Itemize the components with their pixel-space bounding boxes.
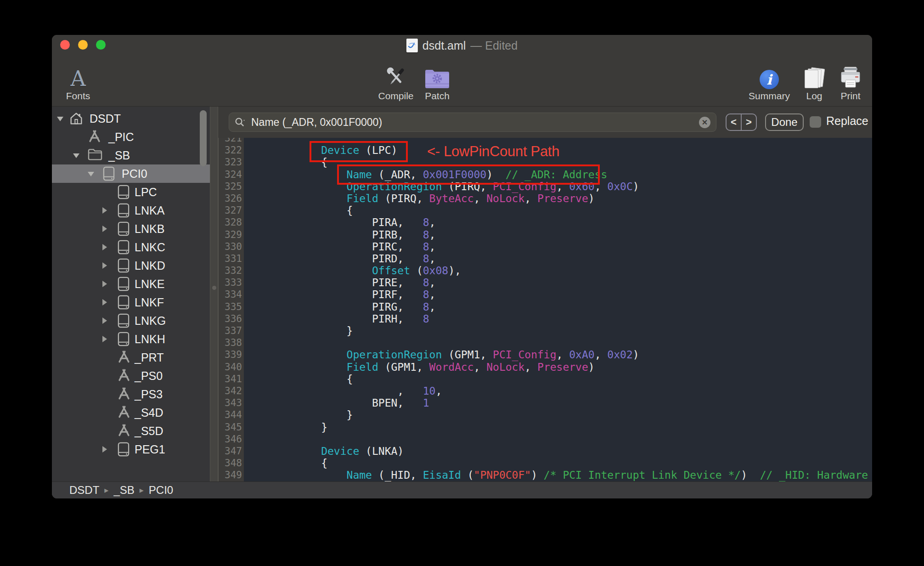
sidebar-splitter[interactable]: [210, 107, 218, 481]
code-line[interactable]: Offset (0x08),: [245, 265, 872, 277]
code-line[interactable]: PIRF, 8,: [245, 289, 872, 300]
breadcrumb-item[interactable]: PCI0: [149, 484, 173, 497]
chevron-right-icon[interactable]: [102, 446, 107, 453]
method-icon: [117, 387, 131, 401]
method-icon: [117, 405, 131, 419]
sidebar-item-label: LPC: [135, 183, 157, 201]
chevron-right-icon[interactable]: [102, 226, 107, 232]
fonts-icon: A: [66, 65, 90, 89]
sidebar-scrollbar-thumb[interactable]: [200, 110, 207, 166]
splitter-handle-dot: [212, 286, 216, 290]
toolbar-button-print[interactable]: Print: [840, 65, 861, 102]
dsdt-tree: DSDT_PIC_SBPCI0LPCLNKALNKBLNKCLNKDLNKELN…: [52, 109, 210, 458]
device-icon: [117, 185, 130, 199]
sidebar-item-label: LNKF: [135, 293, 164, 311]
breadcrumb-item[interactable]: _SB: [113, 484, 134, 497]
toolbar-button-patch[interactable]: Patch: [424, 65, 450, 102]
toolbar-button-log[interactable]: Log: [804, 65, 825, 102]
summary-info-icon: i: [749, 65, 790, 89]
sidebar-item-label: LNKG: [135, 311, 166, 330]
line-number: 335: [218, 301, 242, 313]
code-editor[interactable]: 3213223233243253263273283293303313323333…: [218, 138, 872, 481]
breadcrumb-item[interactable]: DSDT: [69, 484, 99, 497]
code-line[interactable]: BPEN, 1: [245, 397, 872, 409]
sidebar-item-_ps0[interactable]: _PS0: [52, 367, 210, 385]
chevron-right-icon[interactable]: [102, 281, 107, 287]
done-button[interactable]: Done: [765, 113, 804, 131]
sidebar-item-dsdt[interactable]: DSDT: [52, 109, 210, 128]
sidebar-item-label: DSDT: [90, 109, 121, 128]
chevron-right-icon[interactable]: [102, 317, 107, 324]
sidebar-item-pci0[interactable]: PCI0: [52, 164, 210, 183]
sidebar-item-_ps3[interactable]: _PS3: [52, 385, 210, 403]
code-line[interactable]: PIRE, 8,: [245, 277, 872, 289]
code-line[interactable]: PIRA, 8,: [245, 216, 872, 228]
code-line[interactable]: {: [245, 457, 872, 469]
chevron-right-icon[interactable]: [102, 299, 107, 306]
chevron-down-icon[interactable]: [73, 153, 79, 158]
code-line[interactable]: }: [245, 325, 872, 337]
sidebar-item-_s4d[interactable]: _S4D: [52, 403, 210, 422]
method-icon: [117, 368, 131, 382]
code-line[interactable]: OperationRegion (GPM1, PCI_Config, 0xA0,…: [245, 349, 872, 361]
minimize-button[interactable]: [78, 40, 88, 50]
code-line[interactable]: PIRG, 8,: [245, 301, 872, 313]
code-line[interactable]: PIRD, 8,: [245, 253, 872, 265]
device-icon: [102, 166, 115, 181]
find-previous-button[interactable]: <: [727, 114, 742, 130]
sidebar-item-lnkd[interactable]: LNKD: [52, 256, 210, 275]
code-line[interactable]: {: [245, 373, 872, 385]
code-line[interactable]: , 10,: [245, 385, 872, 397]
search-field[interactable]: ✕: [229, 113, 716, 132]
device-icon: [117, 240, 130, 255]
code-line[interactable]: Field (PIRQ, ByteAcc, NoLock, Preserve): [245, 192, 872, 204]
sidebar-item-_s5d[interactable]: _S5D: [52, 422, 210, 440]
sidebar-item-lnkf[interactable]: LNKF: [52, 293, 210, 311]
sidebar-item-label: _S5D: [135, 422, 163, 440]
clear-search-icon[interactable]: ✕: [699, 117, 710, 128]
toolbar-button-compile[interactable]: Compile: [378, 65, 413, 102]
chevron-down-icon[interactable]: [88, 172, 94, 176]
sidebar-item-peg1[interactable]: PEG1: [52, 440, 210, 458]
close-button[interactable]: [60, 40, 70, 50]
zoom-button[interactable]: [96, 40, 106, 50]
chevron-down-icon[interactable]: [57, 117, 63, 121]
chevron-right-icon[interactable]: [102, 336, 107, 342]
code-line[interactable]: PIRH, 8: [245, 313, 872, 325]
sidebar-item-lnkc[interactable]: LNKC: [52, 238, 210, 256]
code-line[interactable]: Name (_HID, EisaId ("PNP0C0F") /* PCI In…: [245, 469, 872, 481]
sidebar-item-_pic[interactable]: _PIC: [52, 128, 210, 146]
code-line[interactable]: PIRB, 8,: [245, 229, 872, 241]
toolbar-button-summary[interactable]: i Summary: [749, 65, 790, 102]
sidebar-item-label: LNKD: [135, 256, 165, 275]
toolbar-button-fonts[interactable]: A Fonts: [66, 65, 90, 102]
chevron-right-icon[interactable]: [102, 262, 107, 269]
code-line[interactable]: PIRC, 8,: [245, 241, 872, 253]
status-bar: DSDT▸_SB▸PCI0: [52, 481, 872, 498]
sidebar-item-lpc[interactable]: LPC: [52, 183, 210, 201]
code-line[interactable]: [245, 433, 872, 445]
chevron-right-icon[interactable]: [102, 207, 107, 214]
title-bar: dsdt.aml — Edited A Fonts: [52, 35, 872, 107]
sidebar-item-lnkh[interactable]: LNKH: [52, 330, 210, 348]
code-line[interactable]: Device (LNKA): [245, 445, 872, 457]
sidebar-item-_sb[interactable]: _SB: [52, 146, 210, 164]
sidebar-item-lnkb[interactable]: LNKB: [52, 220, 210, 238]
sidebar-item-_prt[interactable]: _PRT: [52, 348, 210, 367]
code-line[interactable]: Field (GPM1, WordAcc, NoLock, Preserve): [245, 361, 872, 373]
find-next-button[interactable]: >: [742, 114, 756, 130]
line-number: 337: [218, 325, 242, 337]
sidebar-item-lnkg[interactable]: LNKG: [52, 311, 210, 330]
device-icon: [117, 277, 130, 291]
line-number: 328: [218, 216, 242, 228]
chevron-right-icon[interactable]: [102, 244, 107, 250]
sidebar-item-label: LNKE: [135, 275, 164, 293]
code-line[interactable]: [245, 337, 872, 349]
code-line[interactable]: }: [245, 409, 872, 421]
code-line[interactable]: {: [245, 204, 872, 216]
search-input[interactable]: [250, 116, 695, 129]
code-line[interactable]: }: [245, 421, 872, 433]
sidebar-item-lnke[interactable]: LNKE: [52, 275, 210, 293]
sidebar-item-lnka[interactable]: LNKA: [52, 201, 210, 220]
replace-checkbox[interactable]: [810, 116, 821, 128]
